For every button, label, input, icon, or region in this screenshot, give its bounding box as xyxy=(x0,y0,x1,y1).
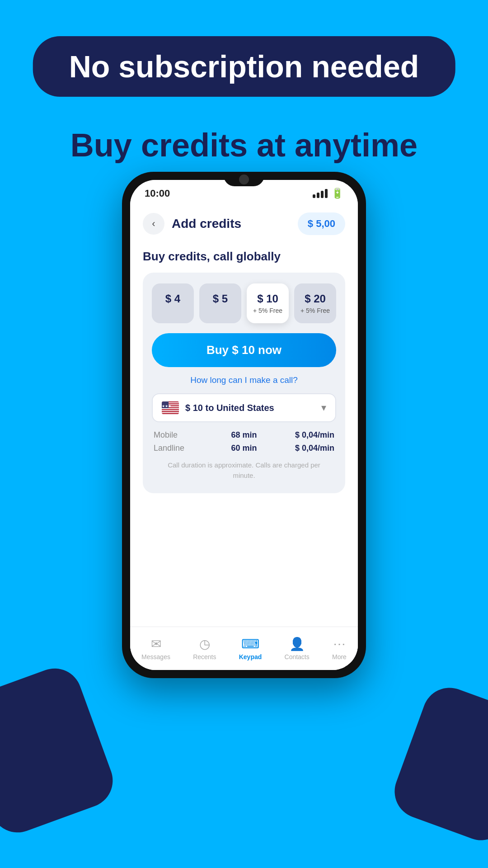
more-icon: ⋯ xyxy=(333,637,346,651)
svg-rect-10 xyxy=(162,410,179,411)
nav-item-messages[interactable]: ✉ Messages xyxy=(134,634,178,663)
page-title: Add credits xyxy=(172,217,241,231)
rate-label-mobile: Mobile xyxy=(154,430,213,440)
back-button[interactable]: ‹ xyxy=(143,213,164,235)
credit-options-card: $ 4 $ 5 $ 10 + 5% Free $ 20 + xyxy=(143,273,345,493)
credit-option-5[interactable]: $ 5 xyxy=(199,283,241,323)
credit-option-10[interactable]: $ 10 + 5% Free xyxy=(247,283,289,323)
phone-camera xyxy=(239,175,249,184)
svg-rect-9 xyxy=(162,409,179,410)
nav-label-more: More xyxy=(332,653,347,660)
how-long-link[interactable]: How long can I make a call? xyxy=(152,375,336,385)
svg-text:★★★: ★★★ xyxy=(162,404,171,408)
nav-item-keypad[interactable]: ⌨ Keypad xyxy=(232,634,269,663)
messages-icon: ✉ xyxy=(151,637,161,651)
credit-option-20-amount: $ 20 xyxy=(300,292,331,305)
credit-option-10-amount: $ 10 xyxy=(252,292,283,305)
credit-option-20-bonus: + 5% Free xyxy=(300,307,331,314)
flag-icon: ★★★ xyxy=(162,401,179,414)
battery-icon: 🔋 xyxy=(331,188,343,199)
svg-rect-13 xyxy=(162,413,179,414)
credit-option-5-amount: $ 5 xyxy=(205,292,236,305)
credit-balance-text: $ 5,00 xyxy=(308,218,335,229)
section-title: Buy credits, call globally xyxy=(143,250,345,264)
nav-item-contacts[interactable]: 👤 Contacts xyxy=(277,634,317,663)
rate-price-landline: $ 0,04/min xyxy=(275,443,334,453)
bottom-nav: ✉ Messages ◷ Recents ⌨ Keypad 👤 Contacts xyxy=(130,627,358,670)
disclaimer-text: Call duration is approximate. Calls are … xyxy=(152,460,336,481)
nav-label-recents: Recents xyxy=(193,653,216,660)
signal-icon xyxy=(313,189,328,198)
header-left: ‹ Add credits xyxy=(143,213,241,235)
credit-option-4[interactable]: $ 4 xyxy=(152,283,194,323)
rates-grid: Mobile 68 min $ 0,04/min Landline 60 min… xyxy=(152,430,336,453)
nav-label-contacts: Contacts xyxy=(285,653,310,660)
recents-icon: ◷ xyxy=(199,637,210,651)
app-content: ‹ Add credits $ 5,00 Buy credits, call g… xyxy=(130,203,358,670)
svg-rect-12 xyxy=(162,412,179,413)
app-header: ‹ Add credits $ 5,00 xyxy=(130,203,358,242)
hero-subtitle-text: Buy credits at anytime xyxy=(70,127,418,163)
rate-min-mobile: 68 min xyxy=(215,430,274,440)
phone-screen: 10:00 🔋 ‹ xyxy=(130,180,358,670)
rate-min-landline: 60 min xyxy=(215,443,274,453)
credit-options-row: $ 4 $ 5 $ 10 + 5% Free $ 20 + xyxy=(152,283,336,323)
nav-label-messages: Messages xyxy=(141,653,170,660)
svg-rect-8 xyxy=(162,408,179,409)
chevron-down-icon: ▾ xyxy=(321,402,326,414)
keypad-icon: ⌨ xyxy=(241,637,259,651)
credit-option-4-amount: $ 4 xyxy=(157,292,188,305)
svg-rect-11 xyxy=(162,411,179,412)
rate-label-landline: Landline xyxy=(154,443,213,453)
rate-price-mobile: $ 0,04/min xyxy=(275,430,334,440)
country-label: $ 10 to United States xyxy=(185,403,315,413)
status-time: 10:00 xyxy=(145,188,170,199)
app-main: Buy credits, call globally $ 4 $ 5 xyxy=(130,242,358,627)
phone-mockup: 10:00 🔋 ‹ xyxy=(122,172,366,678)
nav-item-more[interactable]: ⋯ More xyxy=(325,634,354,663)
credit-option-20[interactable]: $ 20 + 5% Free xyxy=(294,283,336,323)
hero-pill-text: No subscription needed xyxy=(69,49,419,84)
hero-subtitle: Buy credits at anytime xyxy=(70,127,418,164)
buy-button[interactable]: Buy $ 10 now xyxy=(152,333,336,367)
credit-option-10-bonus: + 5% Free xyxy=(252,307,283,314)
corner-decoration-left xyxy=(0,661,120,840)
back-chevron-icon: ‹ xyxy=(152,219,155,229)
country-selector[interactable]: ★★★ $ 10 to United States ▾ xyxy=(152,393,336,422)
phone-notch xyxy=(224,172,264,186)
corner-decoration-right xyxy=(387,680,488,848)
hero-pill: No subscription needed xyxy=(33,36,455,97)
status-icons: 🔋 xyxy=(313,188,343,199)
credit-balance-badge: $ 5,00 xyxy=(298,212,345,235)
nav-item-recents[interactable]: ◷ Recents xyxy=(186,634,223,663)
phone-frame: 10:00 🔋 ‹ xyxy=(122,172,366,678)
nav-label-keypad: Keypad xyxy=(239,653,262,660)
contacts-icon: 👤 xyxy=(289,637,305,651)
